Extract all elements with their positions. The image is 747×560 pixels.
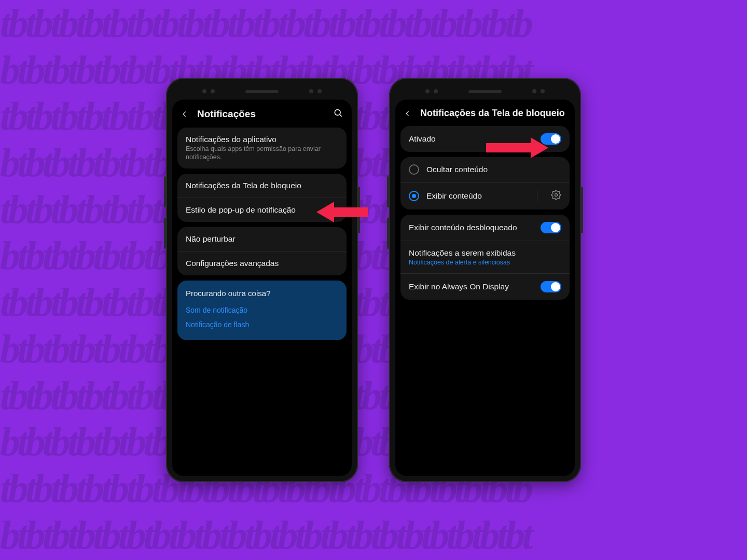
phone-side-button (358, 187, 360, 233)
page-title: Notificações da Tela de bloqueio (420, 108, 566, 119)
card-looking-for: Procurando outra coisa? Som de notificaç… (177, 281, 347, 340)
card-master-toggle: Ativado (400, 126, 570, 152)
toggle-enabled[interactable] (541, 133, 561, 145)
phone-sensor-dots (309, 89, 322, 93)
phone-speaker (245, 90, 279, 93)
gear-icon (551, 190, 561, 200)
row-subtitle: Escolha quais apps têm permissão para en… (186, 145, 338, 161)
row-label: Exibir conteúdo (426, 191, 523, 201)
search-button[interactable] (333, 108, 343, 120)
svg-line-1 (340, 115, 342, 117)
screen-notifications: Notificações Notificações do aplicativo … (172, 100, 352, 476)
phone-sensor-dots (202, 89, 215, 93)
card-app-notifications: Notificações do aplicativo Escolha quais… (177, 128, 347, 169)
screen-lockscreen-notifications: Notificações da Tela de bloqueio Ativado… (395, 100, 575, 476)
row-show-unlocked[interactable]: Exibir conteúdo desbloqueado (400, 215, 570, 241)
row-label: Notificações da Tela de bloqueio (186, 181, 338, 190)
row-show-content[interactable]: Exibir conteúdo (400, 182, 570, 209)
header: Notificações da Tela de bloqueio (395, 100, 575, 126)
chevron-left-icon (181, 110, 188, 118)
chevron-left-icon (404, 110, 411, 117)
toggle-aod[interactable] (541, 281, 561, 292)
row-do-not-disturb[interactable]: Não perturbar (177, 227, 347, 251)
phone-side-button (164, 218, 166, 249)
show-content-settings-button[interactable] (551, 190, 561, 202)
toggle-show-unlocked[interactable] (541, 222, 561, 233)
svg-point-0 (335, 109, 340, 115)
radio-hide-content[interactable] (409, 164, 419, 175)
row-label: Ocultar conteúdo (426, 165, 561, 174)
row-subtitle: Notificações de alerta e silenciosas (409, 259, 561, 266)
looking-for-title: Procurando outra coisa? (186, 289, 338, 298)
row-label: Estilo de pop-up de notificação (186, 205, 338, 215)
row-always-on-display[interactable]: Exibir no Always On Display (400, 273, 570, 300)
divider (537, 190, 537, 202)
row-advanced-settings[interactable]: Configurações avançadas (177, 251, 347, 275)
link-flash-notification[interactable]: Notificação de flash (186, 317, 338, 332)
phone-sensor-dots (425, 89, 438, 93)
row-hide-content[interactable]: Ocultar conteúdo (400, 157, 570, 182)
row-notifications-to-show[interactable]: Notificações a serem exibidas Notificaçõ… (400, 241, 570, 273)
enabled-label: Ativado (409, 134, 533, 144)
phone-sensor-dots (532, 89, 545, 93)
row-label: Configurações avançadas (186, 259, 338, 268)
card-options: Exibir conteúdo desbloqueado Notificaçõe… (400, 215, 570, 300)
phone-right: Notificações da Tela de bloqueio Ativado… (389, 78, 581, 482)
row-popup-style[interactable]: Estilo de pop-up de notificação (177, 198, 347, 222)
row-lockscreen-notifications[interactable]: Notificações da Tela de bloqueio (177, 174, 347, 198)
row-label: Exibir conteúdo desbloqueado (409, 223, 533, 232)
header: Notificações (172, 100, 352, 128)
row-app-notifications[interactable]: Notificações do aplicativo Escolha quais… (177, 128, 347, 169)
card-lockscreen-style: Notificações da Tela de bloqueio Estilo … (177, 174, 347, 222)
row-label: Notificações a serem exibidas (409, 248, 561, 258)
card-dnd-advanced: Não perturbar Configurações avançadas (177, 227, 347, 275)
phone-side-button (387, 218, 389, 249)
row-label: Exibir no Always On Display (409, 282, 533, 291)
back-button[interactable] (403, 108, 413, 119)
row-label: Não perturbar (186, 234, 338, 244)
svg-point-3 (555, 194, 558, 197)
phone-left: Notificações Notificações do aplicativo … (166, 78, 358, 482)
phone-side-button (581, 187, 583, 233)
phone-side-button (387, 176, 389, 207)
page-title: Notificações (197, 108, 326, 120)
radio-show-content[interactable] (409, 191, 419, 201)
back-button[interactable] (179, 109, 190, 119)
link-notification-sound[interactable]: Som de notificação (186, 303, 338, 317)
row-enabled[interactable]: Ativado (400, 126, 570, 152)
card-content-visibility: Ocultar conteúdo Exibir conteúdo (400, 157, 570, 209)
phone-side-button (164, 176, 166, 207)
phone-speaker (468, 90, 502, 93)
search-icon (333, 108, 343, 118)
row-label: Notificações do aplicativo (186, 135, 338, 144)
